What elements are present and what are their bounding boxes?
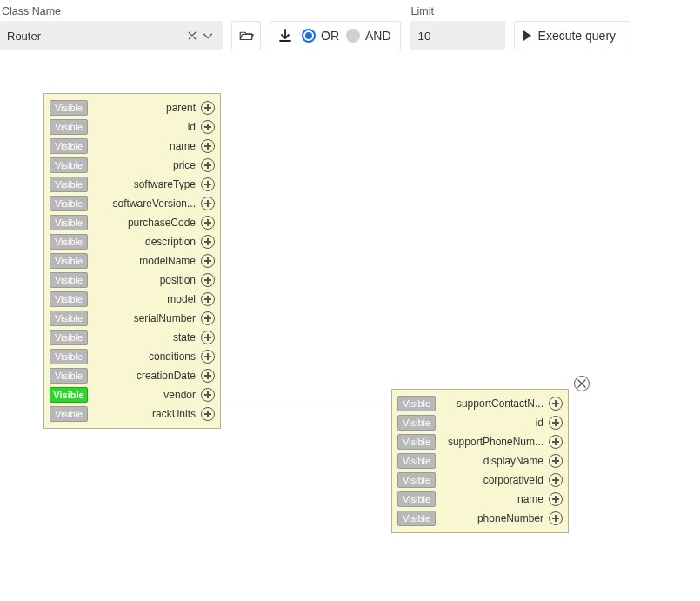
attr-row: VisibleserialNumber <box>50 310 215 327</box>
attr-name: parent <box>93 102 201 114</box>
add-filter-icon[interactable] <box>201 388 215 402</box>
attr-name: conditions <box>93 351 201 363</box>
visible-toggle[interactable]: Visible <box>50 368 88 384</box>
visible-toggle[interactable]: Visible <box>50 387 88 403</box>
attr-row: VisiblepurchaseCode <box>50 214 215 231</box>
visible-toggle[interactable]: Visible <box>50 234 88 250</box>
visible-toggle[interactable]: Visible <box>50 100 88 116</box>
class-name-value: Router <box>7 30 184 43</box>
visible-toggle[interactable]: Visible <box>397 415 436 431</box>
attr-name: vendor <box>93 389 201 401</box>
entity-box-router[interactable]: VisibleparentVisibleidVisiblenameVisible… <box>43 93 221 429</box>
add-filter-icon[interactable] <box>201 216 215 230</box>
radio-dot-or <box>302 29 316 43</box>
attr-name: name <box>93 140 201 152</box>
visible-toggle[interactable]: Visible <box>397 491 436 507</box>
attr-name: position <box>93 274 201 286</box>
class-name-select[interactable]: Router <box>0 21 223 50</box>
attr-name: model <box>93 293 201 305</box>
add-filter-icon[interactable] <box>201 331 215 344</box>
attr-name: id <box>441 417 549 429</box>
query-canvas[interactable]: VisibleparentVisibleidVisiblenameVisible… <box>0 61 700 600</box>
add-filter-icon[interactable] <box>201 407 215 421</box>
visible-toggle[interactable]: Visible <box>50 349 88 364</box>
add-filter-icon[interactable] <box>549 416 563 430</box>
visible-toggle[interactable]: Visible <box>397 472 436 488</box>
visible-toggle[interactable]: Visible <box>50 253 88 269</box>
add-filter-icon[interactable] <box>201 273 215 287</box>
visible-toggle[interactable]: Visible <box>50 291 88 307</box>
visible-toggle[interactable]: Visible <box>50 330 88 345</box>
download-icon[interactable] <box>277 28 293 43</box>
attr-name: supportContactN... <box>441 397 549 410</box>
visible-toggle[interactable]: Visible <box>397 453 436 469</box>
visible-toggle[interactable]: Visible <box>50 272 88 288</box>
visible-toggle[interactable]: Visible <box>50 138 88 154</box>
relation-line <box>221 397 391 397</box>
add-filter-icon[interactable] <box>201 292 215 306</box>
add-filter-icon[interactable] <box>549 511 563 525</box>
add-filter-icon[interactable] <box>201 369 215 383</box>
attr-row: Visibleid <box>50 118 215 136</box>
attr-name: serialNumber <box>93 312 201 324</box>
close-entity-icon[interactable] <box>574 376 590 391</box>
add-filter-icon[interactable] <box>549 454 563 468</box>
attr-name: modelName <box>93 255 201 267</box>
radio-dot-and <box>346 29 360 43</box>
add-filter-icon[interactable] <box>201 350 215 364</box>
visible-toggle[interactable]: Visible <box>50 311 88 326</box>
entity-box-vendor[interactable]: VisiblesupportContactN...VisibleidVisibl… <box>391 389 569 533</box>
open-folder-button[interactable] <box>231 21 261 50</box>
attr-name: softwareType <box>93 178 201 190</box>
add-filter-icon[interactable] <box>201 235 215 249</box>
attr-row: Visibleposition <box>50 271 215 289</box>
attr-row: Visibleconditions <box>50 348 215 365</box>
add-filter-icon[interactable] <box>549 473 563 487</box>
add-filter-icon[interactable] <box>201 311 215 325</box>
attr-row: VisiblesupportContactN... <box>397 395 563 412</box>
add-filter-icon[interactable] <box>201 177 215 191</box>
attr-row: Visiblemodel <box>50 290 215 308</box>
limit-field: Limit <box>410 5 505 50</box>
visible-toggle[interactable]: Visible <box>50 177 88 192</box>
add-filter-icon[interactable] <box>201 101 215 115</box>
chevron-down-icon[interactable] <box>200 28 216 43</box>
add-filter-icon[interactable] <box>201 197 215 210</box>
clear-icon[interactable] <box>184 28 200 43</box>
limit-input[interactable] <box>410 21 505 50</box>
visible-toggle[interactable]: Visible <box>50 157 88 173</box>
add-filter-icon[interactable] <box>549 397 563 411</box>
add-filter-icon[interactable] <box>201 254 215 268</box>
attr-row: VisiblephoneNumber <box>397 510 563 527</box>
attr-row: Visiblestate <box>50 329 215 346</box>
attr-row: VisiblecorporativeId <box>397 471 563 489</box>
add-filter-icon[interactable] <box>201 158 215 172</box>
attr-name: corporativeId <box>441 474 549 486</box>
attr-row: Visibleid <box>397 414 563 431</box>
attr-name: price <box>93 159 201 171</box>
add-filter-icon[interactable] <box>201 139 215 153</box>
radio-or-label: OR <box>321 29 339 43</box>
attr-name: creationDate <box>93 370 201 382</box>
limit-label: Limit <box>410 5 505 17</box>
radio-or[interactable]: OR <box>302 29 339 43</box>
visible-toggle[interactable]: Visible <box>397 434 436 450</box>
attr-row: Visibleparent <box>50 99 215 117</box>
visible-toggle[interactable]: Visible <box>397 511 436 526</box>
execute-query-button[interactable]: Execute query <box>514 21 631 50</box>
attr-row: VisiblesoftwareVersion... <box>50 195 215 212</box>
attr-name: id <box>93 121 201 133</box>
visible-toggle[interactable]: Visible <box>50 196 88 211</box>
add-filter-icon[interactable] <box>201 120 215 134</box>
attr-name: phoneNumber <box>441 512 549 524</box>
visible-toggle[interactable]: Visible <box>50 215 88 230</box>
visible-toggle[interactable]: Visible <box>50 406 88 422</box>
visible-toggle[interactable]: Visible <box>50 119 88 135</box>
add-filter-icon[interactable] <box>549 435 563 449</box>
add-filter-icon[interactable] <box>549 492 563 506</box>
class-name-label: Class Name <box>0 5 223 17</box>
attr-name: softwareVersion... <box>93 197 201 210</box>
radio-and[interactable]: AND <box>346 29 391 43</box>
visible-toggle[interactable]: Visible <box>397 396 436 411</box>
attr-row: VisiblemodelName <box>50 252 215 270</box>
